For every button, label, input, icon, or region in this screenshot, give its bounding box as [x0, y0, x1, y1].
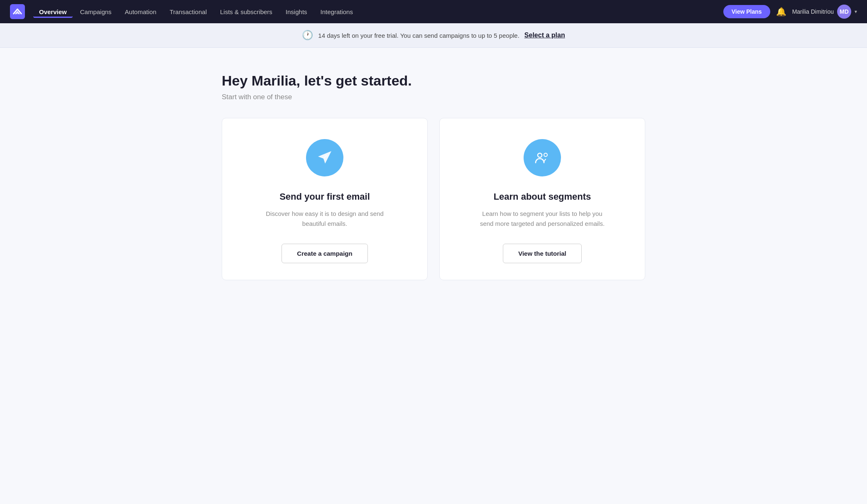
nav-item-overview[interactable]: Overview: [33, 6, 73, 18]
cards-row: Send your first email Discover how easy …: [222, 118, 645, 280]
view-tutorial-button[interactable]: View the tutorial: [503, 244, 582, 263]
send-icon: [316, 149, 334, 167]
nav-item-integrations[interactable]: Integrations: [315, 6, 359, 18]
send-email-card-desc: Discover how easy it is to design and se…: [258, 209, 391, 229]
svg-point-1: [538, 153, 542, 157]
nav-item-lists-subscribers[interactable]: Lists & subscribers: [214, 6, 278, 18]
nav-item-insights[interactable]: Insights: [280, 6, 313, 18]
nav-item-automation[interactable]: Automation: [119, 6, 162, 18]
notifications-icon[interactable]: 🔔: [776, 7, 786, 17]
subtitle-text: Start with one of these: [222, 93, 645, 101]
nav-right: View Plans 🔔 Marilia Dimitriou MD ▾: [723, 5, 857, 19]
trial-text: 14 days left on your free trial. You can…: [318, 32, 519, 39]
select-plan-link[interactable]: Select a plan: [524, 32, 565, 39]
clock-icon: 🕐: [302, 30, 313, 41]
svg-point-2: [544, 153, 547, 157]
create-campaign-button[interactable]: Create a campaign: [282, 244, 367, 263]
segments-icon: [533, 149, 551, 167]
user-name-label: Marilia Dimitriou: [792, 8, 834, 15]
logo[interactable]: [10, 4, 25, 19]
view-plans-button[interactable]: View Plans: [723, 5, 770, 18]
send-email-card: Send your first email Discover how easy …: [222, 118, 428, 280]
send-email-icon-circle: [306, 139, 343, 176]
learn-segments-icon-circle: [524, 139, 561, 176]
send-email-card-title: Send your first email: [279, 191, 370, 202]
nav-links: Overview Campaigns Automation Transactio…: [33, 6, 723, 18]
learn-segments-card: Learn about segments Learn how to segmen…: [439, 118, 645, 280]
avatar: MD: [837, 5, 851, 19]
learn-segments-card-title: Learn about segments: [494, 191, 591, 202]
greeting-heading: Hey Marilia, let's get started.: [222, 73, 645, 89]
user-profile[interactable]: Marilia Dimitriou MD ▾: [792, 5, 857, 19]
nav-item-campaigns[interactable]: Campaigns: [74, 6, 118, 18]
learn-segments-card-desc: Learn how to segment your lists to help …: [476, 209, 609, 229]
nav-item-transactional[interactable]: Transactional: [164, 6, 213, 18]
main-content: Hey Marilia, let's get started. Start wi…: [205, 48, 662, 305]
chevron-down-icon: ▾: [855, 9, 857, 15]
trial-banner: 🕐 14 days left on your free trial. You c…: [0, 23, 867, 48]
main-nav: Overview Campaigns Automation Transactio…: [0, 0, 867, 23]
